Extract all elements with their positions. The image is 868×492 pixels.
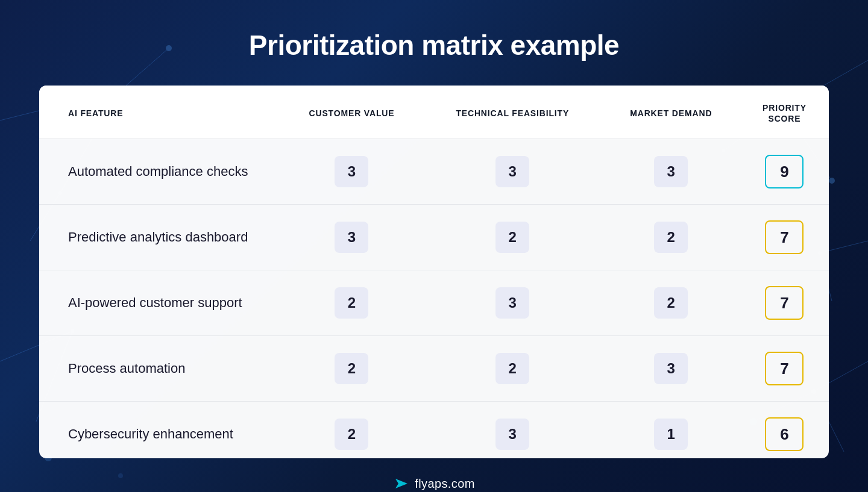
cell-market-demand: 1 bbox=[602, 402, 740, 458]
table-row: Process automation 2 2 3 7 bbox=[39, 336, 829, 402]
customer-value-badge: 2 bbox=[335, 353, 368, 384]
page-title: Prioritization matrix example bbox=[249, 29, 619, 61]
customer-value-badge: 2 bbox=[335, 287, 368, 319]
cell-market-demand: 2 bbox=[602, 205, 740, 270]
priority-score-badge: 7 bbox=[765, 352, 804, 385]
cell-feature: Process automation bbox=[39, 336, 280, 402]
customer-value-badge: 3 bbox=[335, 222, 368, 253]
cell-feature: Cybersecurity enhancement bbox=[39, 402, 280, 458]
cell-priority-score: 6 bbox=[740, 402, 829, 458]
header-customer-value: CUSTOMER VALUE bbox=[280, 86, 423, 139]
matrix-table-container: AI FEATURE CUSTOMER VALUE TECHNICAL FEAS… bbox=[39, 86, 829, 458]
flyaps-logo-icon bbox=[393, 475, 410, 492]
header-market-demand: MARKET DEMAND bbox=[602, 86, 740, 139]
cell-feature: Automated compliance checks bbox=[39, 139, 280, 205]
cell-customer-value: 2 bbox=[280, 270, 423, 336]
table-row: Predictive analytics dashboard 3 2 2 7 bbox=[39, 205, 829, 270]
cell-priority-score: 7 bbox=[740, 205, 829, 270]
market-demand-badge: 2 bbox=[654, 287, 688, 319]
footer: flyaps.com bbox=[393, 475, 475, 492]
cell-priority-score: 9 bbox=[740, 139, 829, 205]
cell-customer-value: 2 bbox=[280, 336, 423, 402]
technical-feasibility-badge: 3 bbox=[495, 419, 529, 450]
cell-market-demand: 2 bbox=[602, 270, 740, 336]
cell-market-demand: 3 bbox=[602, 336, 740, 402]
table-row: Automated compliance checks 3 3 3 9 bbox=[39, 139, 829, 205]
logo: flyaps.com bbox=[393, 475, 475, 492]
priority-score-badge: 6 bbox=[765, 417, 804, 451]
cell-customer-value: 3 bbox=[280, 139, 423, 205]
footer-url: flyaps.com bbox=[415, 477, 475, 491]
customer-value-badge: 3 bbox=[335, 156, 368, 187]
cell-priority-score: 7 bbox=[740, 270, 829, 336]
header-feature: AI FEATURE bbox=[39, 86, 280, 139]
cell-customer-value: 3 bbox=[280, 205, 423, 270]
table-row: Cybersecurity enhancement 2 3 1 6 bbox=[39, 402, 829, 458]
cell-customer-value: 2 bbox=[280, 402, 423, 458]
technical-feasibility-badge: 3 bbox=[495, 156, 529, 187]
header-technical-feasibility: TECHNICAL FEASIBILITY bbox=[423, 86, 602, 139]
priority-score-badge: 9 bbox=[765, 155, 804, 188]
priority-score-badge: 7 bbox=[765, 286, 804, 320]
cell-priority-score: 7 bbox=[740, 336, 829, 402]
priority-score-badge: 7 bbox=[765, 220, 804, 254]
cell-technical-feasibility: 2 bbox=[423, 205, 602, 270]
table-row: AI-powered customer support 2 3 2 7 bbox=[39, 270, 829, 336]
technical-feasibility-badge: 2 bbox=[495, 353, 529, 384]
market-demand-badge: 3 bbox=[654, 353, 688, 384]
market-demand-badge: 1 bbox=[654, 419, 688, 450]
cell-technical-feasibility: 3 bbox=[423, 270, 602, 336]
table-header-row: AI FEATURE CUSTOMER VALUE TECHNICAL FEAS… bbox=[39, 86, 829, 139]
prioritization-matrix: AI FEATURE CUSTOMER VALUE TECHNICAL FEAS… bbox=[39, 86, 829, 458]
cell-feature: Predictive analytics dashboard bbox=[39, 205, 280, 270]
customer-value-badge: 2 bbox=[335, 419, 368, 450]
technical-feasibility-badge: 3 bbox=[495, 287, 529, 319]
market-demand-badge: 2 bbox=[654, 222, 688, 253]
cell-technical-feasibility: 2 bbox=[423, 336, 602, 402]
market-demand-badge: 3 bbox=[654, 156, 688, 187]
technical-feasibility-badge: 2 bbox=[495, 222, 529, 253]
cell-feature: AI-powered customer support bbox=[39, 270, 280, 336]
header-priority-score: PRIORITYSCORE bbox=[740, 86, 829, 139]
cell-technical-feasibility: 3 bbox=[423, 139, 602, 205]
svg-marker-26 bbox=[395, 479, 407, 488]
cell-technical-feasibility: 3 bbox=[423, 402, 602, 458]
cell-market-demand: 3 bbox=[602, 139, 740, 205]
